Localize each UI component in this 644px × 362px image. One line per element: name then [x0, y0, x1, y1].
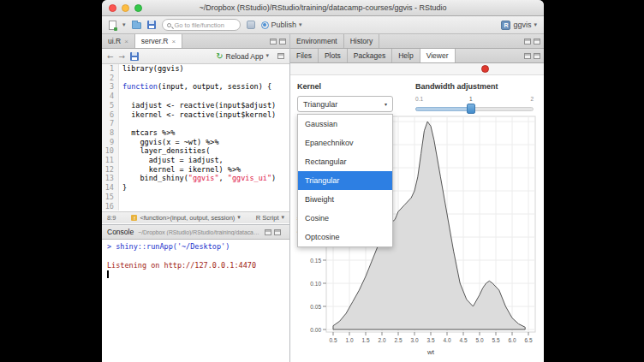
kernel-option-cosine[interactable]: Cosine: [298, 209, 392, 228]
kernel-option-triangular[interactable]: Triangular: [298, 171, 392, 190]
kernel-option-gaussian[interactable]: Gaussian: [298, 115, 392, 134]
code-line: 10 layer_densities(: [102, 146, 289, 156]
new-file-icon[interactable]: [109, 21, 116, 30]
minimize-pane-icon[interactable]: [270, 39, 277, 45]
maximize-pane-icon[interactable]: [534, 39, 540, 45]
tab-files[interactable]: Files: [290, 49, 319, 62]
line-number: 4: [102, 92, 119, 101]
maximize-pane-icon[interactable]: [279, 39, 286, 45]
tab-label: History: [350, 37, 373, 45]
minimize-button[interactable]: [122, 4, 129, 12]
line-number: 9: [102, 138, 119, 147]
editor-tab-server-r[interactable]: server.R×: [135, 34, 182, 48]
kernel-option-rectangular[interactable]: Rectangular: [298, 152, 392, 171]
tab-environment[interactable]: Environment: [290, 34, 344, 48]
maximize-pane-icon[interactable]: [274, 229, 281, 235]
rstudio-window: ~/Dropbox (RStudio)/RStudio/training/dat…: [102, 0, 544, 362]
line-number: 12: [102, 165, 119, 175]
tab-label: Packages: [354, 51, 385, 60]
close-tab-icon[interactable]: ×: [124, 38, 128, 45]
svg-text:0.10: 0.10: [310, 281, 321, 287]
close-button[interactable]: [109, 4, 116, 12]
code-text: mtcars %>%: [119, 128, 175, 138]
console-header: Console ~/Dropbox (RStudio)/RStudio/trai…: [102, 225, 289, 240]
tab-plots[interactable]: Plots: [319, 49, 348, 62]
file-type-selector[interactable]: R Script ▾: [256, 214, 284, 222]
console-tab[interactable]: Console: [107, 228, 134, 236]
bandwidth-label: Bandwidth adjustment: [415, 82, 534, 91]
tab-label: Environment: [296, 37, 337, 45]
console-output[interactable]: > shiny::runApp('~/Desktop') Listening o…: [102, 240, 289, 282]
reload-app-button[interactable]: ↻ Reload App ▾: [216, 51, 269, 61]
code-text: kernel = ikernel) %>%: [119, 165, 241, 175]
project-icon: R: [501, 21, 510, 30]
save-icon[interactable]: [147, 21, 156, 29]
svg-text:6.0: 6.0: [508, 337, 516, 343]
source-popout-icon[interactable]: [277, 53, 284, 59]
scope-label: <function>(input, output, session): [140, 214, 235, 222]
slider-value-label: 1: [469, 96, 473, 102]
line-number: 6: [102, 110, 119, 120]
save-file-icon[interactable]: [130, 52, 139, 61]
pane-window-icons: [265, 229, 284, 235]
svg-text:2.5: 2.5: [394, 337, 402, 343]
close-tab-icon[interactable]: ×: [171, 38, 176, 45]
kernel-dropdown: GaussianEpanechnikovRectangularTriangula…: [297, 114, 393, 247]
files-tabbar: FilesPlotsPackagesHelpViewer: [290, 49, 544, 63]
slider-min-label: 0.1: [415, 96, 423, 102]
tab-help[interactable]: Help: [392, 49, 420, 62]
goto-file-search[interactable]: Go to file/function: [162, 19, 241, 31]
scope-caret-icon: ▾: [237, 215, 241, 221]
tab-label: Files: [296, 51, 312, 60]
console-pane: Console ~/Dropbox (RStudio)/RStudio/trai…: [102, 225, 289, 362]
minimize-pane-icon[interactable]: [524, 39, 531, 45]
console-line: [107, 252, 284, 261]
publish-button[interactable]: Publish ▾: [261, 21, 302, 29]
select-caret-icon: ▾: [385, 101, 387, 107]
stop-app-icon[interactable]: [481, 65, 489, 73]
code-line: 9 ggvis(x = ~wt) %>%: [102, 138, 289, 147]
console-line: Listening on http://127.0.0.1:4470: [107, 261, 284, 270]
forward-icon[interactable]: →: [119, 52, 126, 61]
open-file-icon[interactable]: [132, 22, 141, 29]
maximize-pane-icon[interactable]: [534, 53, 540, 59]
kernel-option-biweight[interactable]: Biweight: [298, 190, 392, 209]
code-editor[interactable]: 1library(ggvis)2 3function(input, output…: [102, 64, 289, 211]
line-number: 16: [102, 202, 119, 211]
svg-text:1.0: 1.0: [345, 337, 353, 343]
scope-selector[interactable]: f <function>(input, output, session) ▾: [131, 214, 240, 222]
line-number: 3: [102, 82, 119, 92]
code-text: library(ggvis): [119, 64, 184, 74]
line-number: 1: [102, 64, 119, 74]
kernel-option-epanechnikov[interactable]: Epanechnikov: [298, 134, 392, 152]
slider-max-label: 2: [530, 96, 534, 102]
kernel-selected-value: Triangular: [303, 100, 337, 109]
slider-handle[interactable]: [467, 104, 475, 114]
new-file-caret-icon[interactable]: ▾: [122, 22, 126, 28]
project-menu[interactable]: R ggvis ▾: [501, 21, 537, 30]
code-text: iadjust <- reactive(input$adjust): [119, 101, 276, 110]
reload-icon: ↻: [216, 51, 223, 61]
editor-tab-ui-r[interactable]: ui.R×: [102, 34, 135, 48]
project-caret-icon: ▾: [534, 22, 537, 28]
tab-label: Help: [398, 51, 413, 60]
line-number: 13: [102, 174, 119, 183]
line-number: 5: [102, 101, 119, 110]
file-type-caret-icon: ▾: [281, 215, 284, 221]
zoom-button[interactable]: [134, 4, 142, 12]
search-icon: [167, 23, 171, 27]
tab-packages[interactable]: Packages: [348, 49, 392, 62]
minimize-pane-icon[interactable]: [524, 53, 531, 59]
kernel-option-optcosine[interactable]: Optcosine: [298, 228, 392, 246]
tab-history[interactable]: History: [344, 34, 379, 48]
addins-icon[interactable]: [247, 21, 255, 29]
tab-viewer[interactable]: Viewer: [420, 49, 456, 62]
code-line: 6 ikernel <- reactive(input$kernel): [102, 110, 289, 120]
kernel-label: Kernel: [297, 82, 393, 91]
back-icon[interactable]: ←: [107, 52, 114, 61]
svg-text:2.0: 2.0: [378, 337, 385, 343]
code-line: 15: [102, 193, 289, 202]
minimize-pane-icon[interactable]: [265, 229, 271, 235]
window-title: ~/Dropbox (RStudio)/RStudio/training/dat…: [102, 3, 544, 12]
code-line: 8 mtcars %>%: [102, 128, 289, 138]
